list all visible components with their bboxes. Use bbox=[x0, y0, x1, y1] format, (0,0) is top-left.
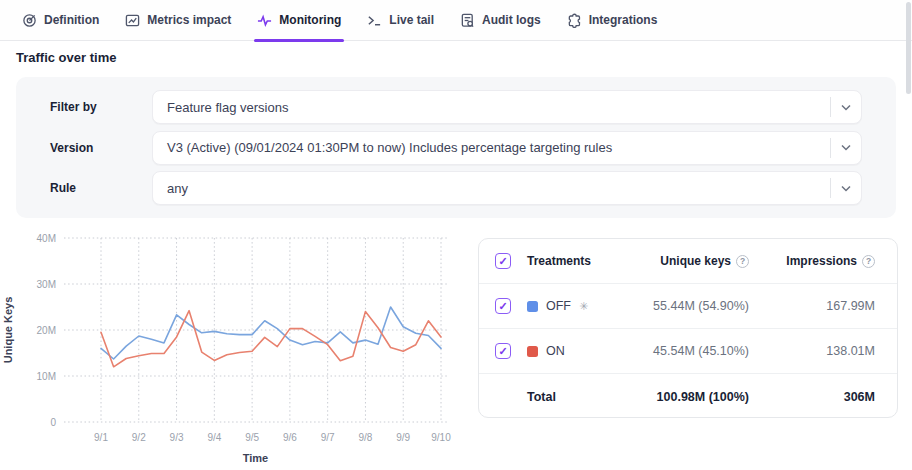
help-icon[interactable]: ? bbox=[736, 255, 749, 268]
total-impressions: 306M bbox=[771, 390, 897, 404]
scrollbar-thumb[interactable] bbox=[906, 2, 911, 94]
svg-text:40M: 40M bbox=[37, 233, 56, 244]
on-impressions: 138.01M bbox=[771, 344, 897, 358]
integrations-icon bbox=[567, 13, 582, 28]
svg-text:9/10: 9/10 bbox=[431, 432, 451, 443]
monitoring-page: Definition Metrics impact Monitoring bbox=[0, 0, 912, 470]
svg-text:9/5: 9/5 bbox=[245, 432, 259, 443]
definition-icon bbox=[22, 13, 37, 28]
traffic-chart-svg: 010M20M30M40M9/19/29/39/49/59/69/79/89/9… bbox=[0, 225, 470, 470]
tab-label: Monitoring bbox=[279, 13, 341, 27]
off-treatment-checkbox[interactable]: ✓ bbox=[495, 298, 511, 314]
rule-select[interactable]: any bbox=[152, 171, 862, 205]
tab-label: Integrations bbox=[589, 13, 658, 27]
tab-label: Audit logs bbox=[482, 13, 541, 27]
rule-label: Rule bbox=[50, 181, 152, 195]
chevron-down-icon bbox=[831, 104, 861, 111]
tab-audit-logs[interactable]: Audit logs bbox=[460, 0, 541, 41]
total-unique-keys: 100.98M (100%) bbox=[609, 390, 771, 404]
metrics-impact-icon bbox=[125, 13, 140, 28]
impressions-column-header: Impressions ? bbox=[771, 254, 897, 268]
on-unique-keys: 45.54M (45.10%) bbox=[609, 344, 771, 358]
unique-keys-column-header: Unique keys ? bbox=[609, 254, 771, 268]
svg-text:9/7: 9/7 bbox=[321, 432, 335, 443]
tab-integrations[interactable]: Integrations bbox=[567, 0, 658, 41]
version-select[interactable]: V3 (Active) (09/01/2024 01:30PM to now) … bbox=[152, 131, 862, 165]
table-total-row: Total 100.98M (100%) 306M bbox=[479, 374, 897, 418]
rule-value: any bbox=[153, 181, 830, 196]
svg-text:9/2: 9/2 bbox=[132, 432, 146, 443]
help-icon[interactable]: ? bbox=[862, 255, 875, 268]
filter-row-rule: Rule any bbox=[50, 171, 862, 205]
on-treatment-checkbox[interactable]: ✓ bbox=[495, 343, 511, 359]
off-color-swatch bbox=[527, 301, 538, 312]
chevron-down-icon bbox=[831, 185, 861, 192]
filter-row-version: Version V3 (Active) (09/01/2024 01:30PM … bbox=[50, 131, 862, 165]
filter-row-filter-by: Filter by Feature flag versions bbox=[50, 90, 862, 124]
audit-logs-icon bbox=[460, 13, 475, 28]
check-icon: ✓ bbox=[498, 256, 507, 267]
svg-text:9/1: 9/1 bbox=[94, 432, 108, 443]
svg-text:30M: 30M bbox=[37, 279, 56, 290]
treatments-table: ✓ Treatments Unique keys ? Impressions ?… bbox=[478, 238, 898, 418]
tab-live-tail[interactable]: Live tail bbox=[367, 0, 434, 41]
treatments-column-header: Treatments bbox=[527, 254, 609, 268]
tab-label: Live tail bbox=[389, 13, 434, 27]
tab-bar: Definition Metrics impact Monitoring bbox=[0, 0, 912, 41]
svg-text:9/4: 9/4 bbox=[207, 432, 221, 443]
treatment-name: ON bbox=[546, 344, 565, 358]
svg-text:9/8: 9/8 bbox=[358, 432, 372, 443]
total-label: Total bbox=[527, 390, 609, 404]
table-row-on: ✓ ON 45.54M (45.10%) 138.01M bbox=[479, 329, 897, 374]
table-header-row: ✓ Treatments Unique keys ? Impressions ? bbox=[479, 239, 897, 284]
svg-text:0: 0 bbox=[50, 417, 56, 428]
active-tab-underline bbox=[254, 39, 344, 42]
chevron-down-icon bbox=[831, 144, 861, 151]
off-unique-keys: 55.44M (54.90%) bbox=[609, 299, 771, 313]
on-color-swatch bbox=[527, 346, 538, 357]
live-tail-icon bbox=[367, 13, 382, 28]
filter-by-select[interactable]: Feature flag versions bbox=[152, 90, 862, 124]
svg-text:9/6: 9/6 bbox=[283, 432, 297, 443]
select-all-checkbox[interactable]: ✓ bbox=[495, 253, 511, 269]
svg-text:20M: 20M bbox=[37, 325, 56, 336]
monitoring-icon bbox=[257, 13, 272, 28]
tab-monitoring[interactable]: Monitoring bbox=[257, 0, 341, 41]
svg-text:9/3: 9/3 bbox=[170, 432, 184, 443]
filter-panel: Filter by Feature flag versions Version … bbox=[16, 77, 896, 218]
svg-text:10M: 10M bbox=[37, 371, 56, 382]
scrollbar-track bbox=[904, 0, 912, 470]
version-label: Version bbox=[50, 141, 152, 155]
traffic-chart: 010M20M30M40M9/19/29/39/49/59/69/79/89/9… bbox=[0, 225, 470, 470]
filter-by-value: Feature flag versions bbox=[153, 100, 830, 115]
table-row-off: ✓ OFF ✳ 55.44M (54.90%) 167.99M bbox=[479, 284, 897, 329]
check-icon: ✓ bbox=[498, 301, 507, 312]
svg-text:9/9: 9/9 bbox=[396, 432, 410, 443]
off-impressions: 167.99M bbox=[771, 299, 897, 313]
tab-metrics-impact[interactable]: Metrics impact bbox=[125, 0, 231, 41]
tab-label: Definition bbox=[44, 13, 99, 27]
tab-label: Metrics impact bbox=[147, 13, 231, 27]
tab-definition[interactable]: Definition bbox=[22, 0, 99, 41]
check-icon: ✓ bbox=[498, 346, 507, 357]
version-value: V3 (Active) (09/01/2024 01:30PM to now) … bbox=[153, 140, 830, 155]
svg-text:Time: Time bbox=[243, 452, 268, 464]
filter-by-label: Filter by bbox=[50, 100, 152, 114]
page-title: Traffic over time bbox=[16, 50, 116, 65]
default-treatment-icon: ✳ bbox=[579, 300, 588, 313]
treatment-name: OFF bbox=[546, 299, 571, 313]
svg-text:Unique Keys: Unique Keys bbox=[2, 297, 14, 364]
